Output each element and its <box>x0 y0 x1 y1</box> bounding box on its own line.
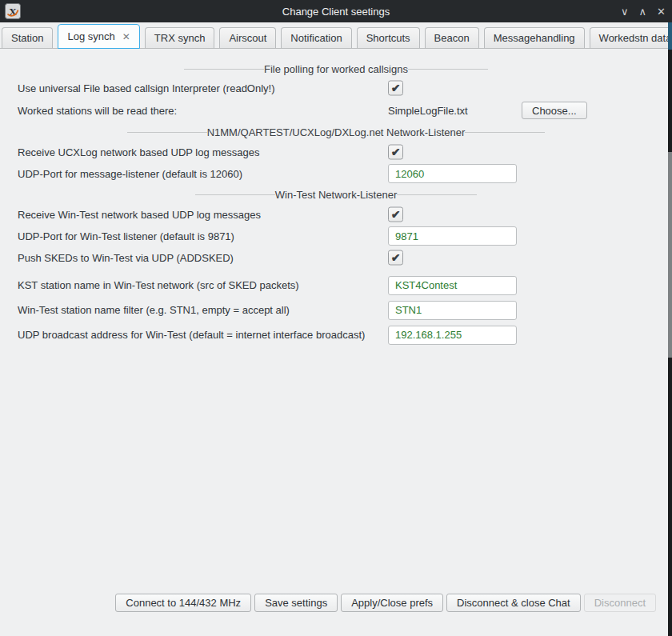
receive-ucxlog-checkbox[interactable]: ✔ <box>388 145 403 160</box>
row-receive-wintest: Receive Win-Test network based UDP log m… <box>0 204 672 225</box>
row-udp-port-listener: UDP-Port for message-listener (default i… <box>0 162 672 185</box>
section-line <box>397 194 477 195</box>
universal-interpreter-label: Use universal File based callsign Interp… <box>18 82 275 94</box>
kst-station-name-input[interactable] <box>388 276 517 295</box>
receive-wintest-checkbox[interactable]: ✔ <box>388 207 403 222</box>
broadcast-address-input[interactable] <box>388 326 517 345</box>
settings-tabbar: Station Log synch ✕ TRX synch Airscout N… <box>0 22 672 49</box>
checkmark-icon: ✔ <box>391 82 401 93</box>
apply-close-prefs-button[interactable]: Apply/Close prefs <box>341 594 443 612</box>
row-station-name-filter: Win-Test station name filter (e.g. STN1,… <box>0 298 672 322</box>
worked-stations-label: Worked stations will be read there: <box>18 105 177 117</box>
wintest-port-input[interactable] <box>388 226 517 246</box>
minimize-icon[interactable]: ∨ <box>621 6 629 17</box>
section-line <box>195 194 275 195</box>
broadcast-address-label: UDP broadcast address for Win-Test (defa… <box>18 329 365 341</box>
maximize-icon[interactable]: ∧ <box>639 6 647 17</box>
tab-messagehandling[interactable]: Messagehandling <box>484 27 585 48</box>
push-skeds-label: Push SKEDs to Win-Test via UDP (ADDSKED) <box>18 252 234 264</box>
logfile-name-value: SimpleLogFile.txt <box>388 105 468 117</box>
section-file-polling: File polling for worked callsigns <box>0 60 672 78</box>
section-line <box>184 69 264 70</box>
row-worked-stations-file: Worked stations will be read there: Simp… <box>0 98 672 122</box>
footer-button-bar: Connect to 144/432 MHz Save settings App… <box>115 594 656 612</box>
receive-wintest-label: Receive Win-Test network based UDP log m… <box>18 209 261 221</box>
scrollbar-accent <box>668 22 672 50</box>
push-skeds-checkbox[interactable]: ✔ <box>388 250 403 266</box>
titlebar[interactable]: X Change Client seetings ∨ ∧ ✕ <box>0 0 672 22</box>
save-settings-button[interactable]: Save settings <box>254 594 338 612</box>
tab-log-synch[interactable]: Log synch ✕ <box>58 24 139 49</box>
section-line <box>465 132 545 133</box>
section-wintest-listener: Win-Test Network-Listener <box>0 185 672 204</box>
close-icon[interactable]: ✕ <box>657 6 666 17</box>
section-n1mm-listener: N1MM/QARTEST/UCXLog/DXLog.net Network-Li… <box>0 122 672 142</box>
row-broadcast-address: UDP broadcast address for Win-Test (defa… <box>0 322 672 347</box>
tab-trx-synch[interactable]: TRX synch <box>145 27 215 48</box>
section-line <box>408 69 488 70</box>
checkmark-icon: ✔ <box>391 251 401 262</box>
row-wintest-port: UDP-Port for Win-Test listener (default … <box>0 225 672 247</box>
disconnect-button: Disconnect <box>584 594 656 612</box>
universal-interpreter-checkbox[interactable]: ✔ <box>388 81 403 96</box>
row-receive-ucxlog: Receive UCXLog network based UDP log mes… <box>0 142 672 162</box>
tab-shortcuts[interactable]: Shortcuts <box>357 27 420 48</box>
vertical-scrollbar[interactable] <box>668 22 672 636</box>
udp-port-listener-input[interactable] <box>388 164 517 183</box>
row-universal-interpreter: Use universal File based callsign Interp… <box>0 78 672 98</box>
station-name-filter-label: Win-Test station name filter (e.g. STN1,… <box>18 304 290 316</box>
checkmark-icon: ✔ <box>391 208 401 219</box>
scrollbar-thumb[interactable] <box>668 152 672 358</box>
station-name-filter-input[interactable] <box>388 301 517 320</box>
tab-station[interactable]: Station <box>2 27 53 48</box>
row-push-skeds: Push SKEDs to Win-Test via UDP (ADDSKED)… <box>0 247 672 268</box>
window-controls: ∨ ∧ ✕ <box>621 0 666 22</box>
connect-button[interactable]: Connect to 144/432 MHz <box>115 594 251 612</box>
receive-ucxlog-label: Receive UCXLog network based UDP log mes… <box>18 146 260 158</box>
choose-file-button[interactable]: Choose... <box>522 102 587 119</box>
tab-airscout[interactable]: Airscout <box>219 27 276 48</box>
tab-notification[interactable]: Notification <box>281 27 351 48</box>
settings-window: X Change Client seetings ∨ ∧ ✕ Station L… <box>0 0 672 636</box>
app-logo-icon: X <box>5 3 21 19</box>
row-kst-station-name: KST station name in Win-Test network (sr… <box>0 273 672 298</box>
tab-close-icon[interactable]: ✕ <box>122 31 130 42</box>
disconnect-close-chat-button[interactable]: Disconnect & close Chat <box>446 594 581 612</box>
tab-beacon[interactable]: Beacon <box>425 27 479 48</box>
section-line <box>127 132 207 133</box>
log-synch-panel: File polling for worked callsigns Use un… <box>0 49 672 347</box>
window-title: Change Client seetings <box>0 6 672 18</box>
wintest-port-label: UDP-Port for Win-Test listener (default … <box>18 230 234 242</box>
kst-station-name-label: KST station name in Win-Test network (sr… <box>18 279 299 291</box>
checkmark-icon: ✔ <box>391 146 401 157</box>
udp-port-listener-label: UDP-Port for message-listener (default i… <box>18 168 242 180</box>
tab-workedstn-database[interactable]: Workedstn database <box>590 27 672 48</box>
